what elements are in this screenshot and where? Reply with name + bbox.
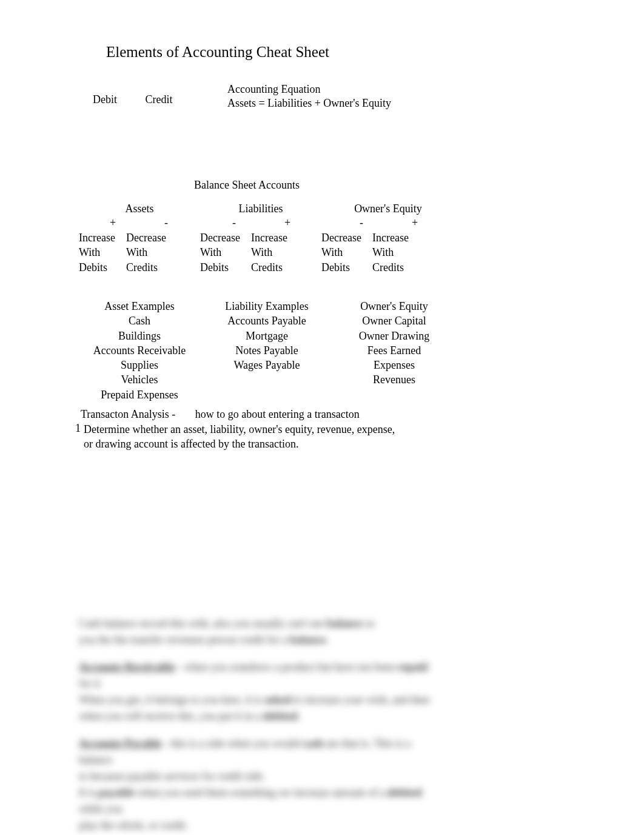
balance-columns: Assets + - IncreaseWithDebits DecreaseWi… xyxy=(79,203,455,275)
asset-examples-heading: Asset Examples xyxy=(79,299,200,314)
liability-example-item: Accounts Payable xyxy=(206,314,327,328)
assets-plus: + xyxy=(107,216,119,229)
equation-formula: Assets = Liabilities + Owner's Equity xyxy=(227,97,391,110)
assets-decrease: DecreaseWithCredits xyxy=(126,230,166,275)
equity-example-item: Revenues xyxy=(334,372,455,387)
blurred-paragraph-2: Accounts Receivable - when you somehow a… xyxy=(79,659,443,725)
equation-title: Accounting Equation xyxy=(227,83,391,96)
equity-title: Owner's Equity xyxy=(321,203,455,215)
equity-examples: Owner's Equity Owner Capital Owner Drawi… xyxy=(334,299,455,402)
asset-example-item: Prepaid Expenses xyxy=(79,387,200,402)
equity-example-item: Fees Earned xyxy=(334,343,455,358)
transaction-analysis: Transacton Analysis - how to go about en… xyxy=(73,408,395,452)
equity-decrease: DecreaseWithDebits xyxy=(321,230,361,275)
debit-label: Debit xyxy=(93,93,117,106)
page-title: Elements of Accounting Cheat Sheet xyxy=(106,44,329,61)
equity-column: Owner's Equity - + DecreaseWithDebits In… xyxy=(321,203,455,275)
liabilities-minus: - xyxy=(228,216,240,229)
equity-examples-heading: Owner's Equity xyxy=(334,299,455,314)
credit-label: Credit xyxy=(146,93,173,106)
assets-increase: IncreaseWithDebits xyxy=(79,230,115,275)
asset-example-item: Vehicles xyxy=(79,372,200,387)
asset-examples: Asset Examples Cash Buildings Accounts R… xyxy=(79,299,200,402)
liabilities-increase: IncreaseWithCredits xyxy=(251,230,287,275)
liability-example-item: Mortgage xyxy=(206,329,327,343)
transaction-label: Transacton Analysis - xyxy=(81,408,175,421)
blurred-paragraph-1: Cash balance record this with, also you … xyxy=(79,615,443,648)
liabilities-title: Liabilities xyxy=(200,203,321,215)
equity-plus: + xyxy=(409,216,421,229)
transaction-step-number: 1 xyxy=(73,422,81,452)
asset-example-item: Buildings xyxy=(79,329,200,343)
asset-example-item: Cash xyxy=(79,314,200,328)
equity-example-item: Expenses xyxy=(334,358,455,372)
blurred-paragraph-3: Accounts Payable - this is a side when y… xyxy=(79,736,443,834)
blurred-content: Cash balance record this with, also you … xyxy=(79,615,443,835)
liabilities-column: Liabilities - + DecreaseWithDebits Incre… xyxy=(200,203,321,275)
assets-title: Assets xyxy=(79,203,200,215)
assets-minus: - xyxy=(160,216,172,229)
assets-column: Assets + - IncreaseWithDebits DecreaseWi… xyxy=(79,203,200,275)
examples-row: Asset Examples Cash Buildings Accounts R… xyxy=(79,299,455,402)
liability-examples-heading: Liability Examples xyxy=(206,299,327,314)
transaction-step-text: Determine whether an asset, liability, o… xyxy=(84,422,395,452)
equity-example-item: Owner Capital xyxy=(334,314,455,328)
liabilities-plus: + xyxy=(281,216,293,229)
liability-example-item: Wages Payable xyxy=(206,358,327,372)
liability-examples: Liability Examples Accounts Payable Mort… xyxy=(206,299,327,402)
liabilities-decrease: DecreaseWithDebits xyxy=(200,230,240,275)
debit-credit-labels: Debit Credit xyxy=(93,93,173,106)
accounting-equation: Accounting Equation Assets = Liabilities… xyxy=(227,83,391,110)
asset-example-item: Accounts Receivable xyxy=(79,343,200,358)
balance-sheet-heading: Balance Sheet Accounts xyxy=(194,179,300,192)
equity-example-item: Owner Drawing xyxy=(334,329,455,343)
equity-increase: IncreaseWithCredits xyxy=(372,230,409,275)
equity-minus: - xyxy=(355,216,367,229)
liability-example-item: Notes Payable xyxy=(206,343,327,358)
asset-example-item: Supplies xyxy=(79,358,200,372)
transaction-subtitle: how to go about entering a transacton xyxy=(195,408,360,420)
